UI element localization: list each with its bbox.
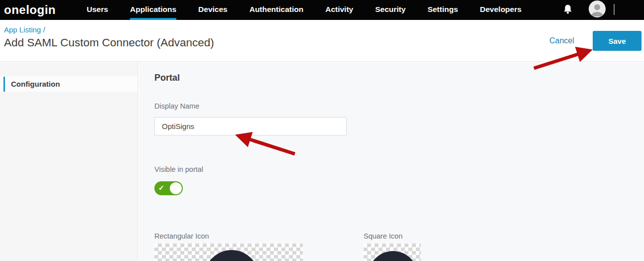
nav-item-authentication[interactable]: Authentication <box>250 0 304 20</box>
square-icon-image <box>368 251 418 261</box>
nav-item-users[interactable]: Users <box>87 0 108 20</box>
visible-in-portal-toggle[interactable]: ✓ <box>154 181 183 195</box>
nav-item-devices[interactable]: Devices <box>198 0 228 20</box>
breadcrumb[interactable]: App Listing / <box>4 25 45 34</box>
nav-item-developers[interactable]: Developers <box>480 0 522 20</box>
active-indicator-bar <box>3 77 5 92</box>
nav-item-settings[interactable]: Settings <box>427 0 458 20</box>
rectangular-icon-preview[interactable] <box>154 244 303 261</box>
rectangular-icon-label: Rectangular Icon <box>154 232 209 240</box>
display-name-label: Display Name <box>154 102 199 110</box>
check-icon: ✓ <box>158 184 164 192</box>
rectangular-icon-image <box>204 250 259 261</box>
settings-sidebar: Configuration <box>0 62 138 261</box>
main-content: Portal Display Name Visible in portal ✓ … <box>138 62 644 261</box>
square-icon-preview[interactable] <box>364 244 421 261</box>
nav-item-security[interactable]: Security <box>375 0 405 20</box>
display-name-input[interactable] <box>154 117 347 135</box>
cancel-button[interactable]: Cancel <box>549 36 574 45</box>
page-title: Add SAML Custom Connector (Advanced) <box>4 36 214 49</box>
nav-item-applications[interactable]: Applications <box>130 0 176 20</box>
page-header: App Listing / Add SAML Custom Connector … <box>0 20 644 62</box>
sidebar-item-configuration[interactable]: Configuration <box>0 76 137 92</box>
sidebar-item-label: Configuration <box>11 80 60 88</box>
notifications-bell-icon[interactable] <box>563 3 573 15</box>
toggle-knob <box>170 182 182 194</box>
nav-divider <box>614 4 615 15</box>
nav-menu: Users Applications Devices Authenticatio… <box>87 0 521 20</box>
square-icon-label: Square Icon <box>364 232 402 240</box>
visible-in-portal-label: Visible in portal <box>154 165 203 173</box>
user-avatar[interactable] <box>589 0 606 17</box>
save-button[interactable]: Save <box>593 31 642 51</box>
portal-section-title: Portal <box>154 73 180 83</box>
top-nav-bar: onelogin Users Applications Devices Auth… <box>0 0 644 20</box>
nav-item-activity[interactable]: Activity <box>325 0 353 20</box>
onelogin-logo: onelogin <box>4 3 56 17</box>
